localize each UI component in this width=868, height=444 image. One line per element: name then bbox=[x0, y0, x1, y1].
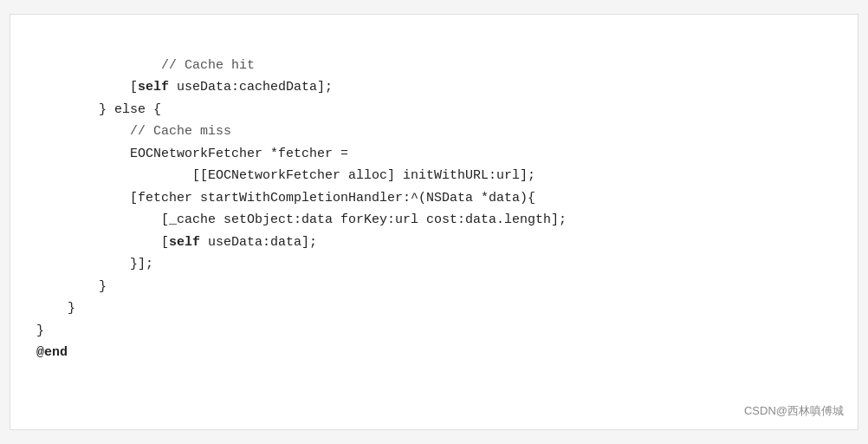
line-6: [[EOCNetworkFetcher alloc] initWithURL:u… bbox=[36, 168, 535, 183]
line-5: EOCNetworkFetcher *fetcher = bbox=[36, 147, 348, 161]
keyword-self-1: self bbox=[138, 80, 169, 95]
line-10: }]; bbox=[36, 257, 153, 271]
code-block: // Cache hit [self useData:cachedData]; … bbox=[36, 32, 832, 386]
keyword-end: @end bbox=[36, 345, 68, 360]
line-1: // Cache hit bbox=[68, 58, 255, 73]
line-7: [fetcher startWithCompletionHandler:^(NS… bbox=[36, 191, 535, 206]
line-8: [_cache setObject:data forKey:url cost:d… bbox=[36, 212, 567, 227]
comment-cache-miss: // Cache miss bbox=[130, 124, 231, 139]
comment-cache-hit: // Cache hit bbox=[68, 58, 255, 73]
line-13: } bbox=[36, 323, 44, 338]
line-2: [self useData:cachedData]; bbox=[36, 80, 333, 95]
line-9: [self useData:data]; bbox=[36, 235, 317, 250]
watermark: CSDN@西林嗔傅城 bbox=[744, 403, 844, 419]
line-4: // Cache miss bbox=[36, 124, 231, 139]
line-12: } bbox=[36, 301, 75, 316]
keyword-self-2: self bbox=[169, 235, 200, 250]
code-container: // Cache hit [self useData:cachedData]; … bbox=[10, 14, 858, 430]
line-3: } else { bbox=[36, 102, 161, 117]
line-11: } bbox=[36, 279, 107, 294]
